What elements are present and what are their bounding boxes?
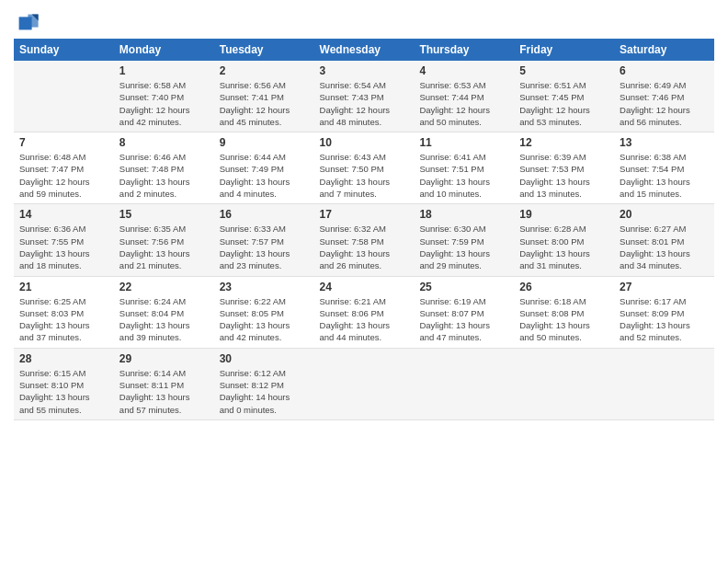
- day-info: Sunrise: 6:21 AM Sunset: 8:06 PM Dayligh…: [320, 295, 409, 344]
- day-number: 21: [19, 281, 108, 293]
- calendar-table: SundayMondayTuesdayWednesdayThursdayFrid…: [14, 39, 714, 420]
- day-number: 9: [220, 136, 309, 149]
- day-number: 29: [119, 352, 209, 365]
- day-info: Sunrise: 6:14 AM Sunset: 8:11 PM Dayligh…: [119, 367, 209, 416]
- day-info: Sunrise: 6:28 AM Sunset: 8:00 PM Dayligh…: [519, 223, 609, 271]
- day-number: 3: [320, 64, 409, 77]
- day-info: Sunrise: 6:15 AM Sunset: 8:10 PM Dayligh…: [19, 367, 108, 416]
- weekday-header-monday: Monday: [114, 39, 214, 61]
- day-number: 1: [119, 64, 209, 77]
- day-info: Sunrise: 6:54 AM Sunset: 7:43 PM Dayligh…: [320, 79, 409, 128]
- calendar-cell: [414, 348, 514, 419]
- calendar-cell: 2Sunrise: 6:56 AM Sunset: 7:41 PM Daylig…: [214, 61, 314, 132]
- calendar-cell: 13Sunrise: 6:38 AM Sunset: 7:54 PM Dayli…: [614, 132, 714, 204]
- calendar-cell: 22Sunrise: 6:24 AM Sunset: 8:04 PM Dayli…: [114, 276, 214, 348]
- day-info: Sunrise: 6:38 AM Sunset: 7:54 PM Dayligh…: [620, 151, 709, 200]
- day-info: Sunrise: 6:32 AM Sunset: 7:58 PM Dayligh…: [320, 223, 409, 271]
- day-info: Sunrise: 6:46 AM Sunset: 7:48 PM Dayligh…: [119, 151, 209, 200]
- week-row-3: 14Sunrise: 6:36 AM Sunset: 7:55 PM Dayli…: [14, 204, 714, 276]
- calendar-cell: 8Sunrise: 6:46 AM Sunset: 7:48 PM Daylig…: [114, 132, 214, 204]
- day-info: Sunrise: 6:24 AM Sunset: 8:04 PM Dayligh…: [119, 295, 209, 344]
- day-info: Sunrise: 6:17 AM Sunset: 8:09 PM Dayligh…: [620, 295, 709, 344]
- week-row-2: 7Sunrise: 6:48 AM Sunset: 7:47 PM Daylig…: [14, 132, 714, 204]
- day-info: Sunrise: 6:53 AM Sunset: 7:44 PM Dayligh…: [419, 79, 508, 128]
- calendar-cell: 4Sunrise: 6:53 AM Sunset: 7:44 PM Daylig…: [414, 61, 514, 132]
- week-row-5: 28Sunrise: 6:15 AM Sunset: 8:10 PM Dayli…: [14, 348, 714, 419]
- calendar-cell: 15Sunrise: 6:35 AM Sunset: 7:56 PM Dayli…: [114, 204, 214, 276]
- calendar-cell: 30Sunrise: 6:12 AM Sunset: 8:12 PM Dayli…: [214, 348, 314, 419]
- day-number: 12: [519, 136, 609, 149]
- calendar-cell: 12Sunrise: 6:39 AM Sunset: 7:53 PM Dayli…: [514, 132, 614, 204]
- day-info: Sunrise: 6:41 AM Sunset: 7:51 PM Dayligh…: [419, 151, 508, 200]
- day-number: 5: [519, 64, 609, 77]
- day-info: Sunrise: 6:25 AM Sunset: 8:03 PM Dayligh…: [19, 295, 108, 344]
- calendar-cell: [514, 348, 614, 419]
- calendar-cell: 29Sunrise: 6:14 AM Sunset: 8:11 PM Dayli…: [114, 348, 214, 419]
- day-info: Sunrise: 6:39 AM Sunset: 7:53 PM Dayligh…: [519, 151, 609, 200]
- day-number: 17: [320, 208, 409, 221]
- day-number: 27: [620, 281, 709, 293]
- calendar-cell: [14, 61, 114, 132]
- calendar-cell: 17Sunrise: 6:32 AM Sunset: 7:58 PM Dayli…: [314, 204, 415, 276]
- week-row-1: 1Sunrise: 6:58 AM Sunset: 7:40 PM Daylig…: [14, 61, 714, 132]
- day-number: 6: [620, 64, 709, 77]
- calendar-cell: 14Sunrise: 6:36 AM Sunset: 7:55 PM Dayli…: [14, 204, 114, 276]
- day-number: 10: [320, 136, 409, 149]
- day-number: 23: [220, 281, 309, 293]
- day-number: 24: [320, 281, 409, 293]
- day-info: Sunrise: 6:18 AM Sunset: 8:08 PM Dayligh…: [519, 295, 609, 344]
- calendar-cell: 25Sunrise: 6:19 AM Sunset: 8:07 PM Dayli…: [414, 276, 514, 348]
- day-info: Sunrise: 6:12 AM Sunset: 8:12 PM Dayligh…: [220, 367, 309, 416]
- header: [14, 9, 714, 35]
- day-info: Sunrise: 6:19 AM Sunset: 8:07 PM Dayligh…: [419, 295, 508, 344]
- weekday-header-saturday: Saturday: [614, 39, 714, 61]
- day-number: 22: [119, 281, 209, 293]
- calendar-cell: 7Sunrise: 6:48 AM Sunset: 7:47 PM Daylig…: [14, 132, 114, 204]
- day-number: 19: [519, 208, 609, 221]
- calendar-cell: 9Sunrise: 6:44 AM Sunset: 7:49 PM Daylig…: [214, 132, 314, 204]
- calendar-cell: 19Sunrise: 6:28 AM Sunset: 8:00 PM Dayli…: [514, 204, 614, 276]
- day-number: 26: [519, 281, 609, 293]
- day-number: 7: [19, 136, 108, 149]
- day-number: 11: [419, 136, 508, 149]
- calendar-cell: 23Sunrise: 6:22 AM Sunset: 8:05 PM Dayli…: [214, 276, 314, 348]
- day-number: 13: [620, 136, 709, 149]
- weekday-header-row: SundayMondayTuesdayWednesdayThursdayFrid…: [14, 39, 714, 61]
- day-info: Sunrise: 6:36 AM Sunset: 7:55 PM Dayligh…: [19, 223, 108, 271]
- day-info: Sunrise: 6:43 AM Sunset: 7:50 PM Dayligh…: [320, 151, 409, 200]
- day-number: 4: [419, 64, 508, 77]
- weekday-header-friday: Friday: [514, 39, 614, 61]
- weekday-header-tuesday: Tuesday: [214, 39, 314, 61]
- calendar-cell: 27Sunrise: 6:17 AM Sunset: 8:09 PM Dayli…: [614, 276, 714, 348]
- calendar-cell: 18Sunrise: 6:30 AM Sunset: 7:59 PM Dayli…: [414, 204, 514, 276]
- calendar-cell: 3Sunrise: 6:54 AM Sunset: 7:43 PM Daylig…: [314, 61, 415, 132]
- main-container: SundayMondayTuesdayWednesdayThursdayFrid…: [0, 0, 728, 430]
- calendar-cell: 20Sunrise: 6:27 AM Sunset: 8:01 PM Dayli…: [614, 204, 714, 276]
- day-info: Sunrise: 6:35 AM Sunset: 7:56 PM Dayligh…: [119, 223, 209, 271]
- day-info: Sunrise: 6:44 AM Sunset: 7:49 PM Dayligh…: [220, 151, 309, 200]
- weekday-header-wednesday: Wednesday: [314, 39, 415, 61]
- calendar-cell: 24Sunrise: 6:21 AM Sunset: 8:06 PM Dayli…: [314, 276, 415, 348]
- day-info: Sunrise: 6:22 AM Sunset: 8:05 PM Dayligh…: [220, 295, 309, 344]
- day-info: Sunrise: 6:49 AM Sunset: 7:46 PM Dayligh…: [620, 79, 709, 128]
- weekday-header-thursday: Thursday: [414, 39, 514, 61]
- weekday-header-sunday: Sunday: [14, 39, 114, 61]
- day-info: Sunrise: 6:30 AM Sunset: 7:59 PM Dayligh…: [419, 223, 508, 271]
- day-info: Sunrise: 6:27 AM Sunset: 8:01 PM Dayligh…: [620, 223, 709, 271]
- day-number: 18: [419, 208, 508, 221]
- week-row-4: 21Sunrise: 6:25 AM Sunset: 8:03 PM Dayli…: [14, 276, 714, 348]
- calendar-cell: [614, 348, 714, 419]
- day-info: Sunrise: 6:58 AM Sunset: 7:40 PM Dayligh…: [119, 79, 209, 128]
- calendar-cell: 1Sunrise: 6:58 AM Sunset: 7:40 PM Daylig…: [114, 61, 214, 132]
- logo: [14, 9, 43, 35]
- calendar-cell: 6Sunrise: 6:49 AM Sunset: 7:46 PM Daylig…: [614, 61, 714, 132]
- day-number: 8: [119, 136, 209, 149]
- logo-icon: [14, 9, 40, 35]
- day-number: 25: [419, 281, 508, 293]
- day-info: Sunrise: 6:48 AM Sunset: 7:47 PM Dayligh…: [19, 151, 108, 200]
- day-number: 2: [220, 64, 309, 77]
- day-info: Sunrise: 6:51 AM Sunset: 7:45 PM Dayligh…: [519, 79, 609, 128]
- calendar-cell: 10Sunrise: 6:43 AM Sunset: 7:50 PM Dayli…: [314, 132, 415, 204]
- calendar-cell: 16Sunrise: 6:33 AM Sunset: 7:57 PM Dayli…: [214, 204, 314, 276]
- calendar-cell: 5Sunrise: 6:51 AM Sunset: 7:45 PM Daylig…: [514, 61, 614, 132]
